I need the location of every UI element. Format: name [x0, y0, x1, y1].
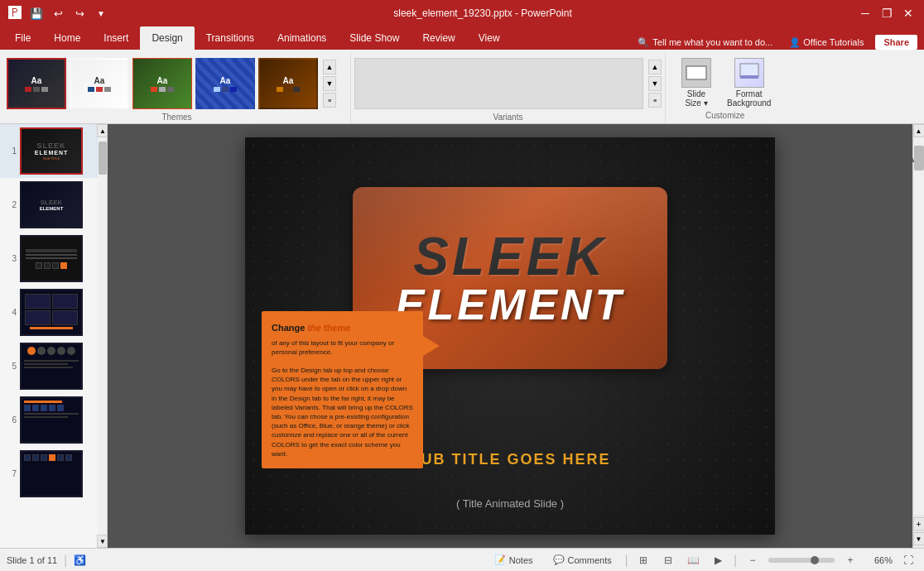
help-search[interactable]: 🔍 Tell me what you want to do...: [633, 36, 777, 50]
canvas-area: SLEEK ELEMENT SUB TITLE GOES HERE ( Titl…: [108, 124, 912, 548]
themes-scroll-down[interactable]: ▼: [323, 76, 336, 91]
themes-more[interactable]: ≡: [323, 93, 336, 108]
theme-item-5[interactable]: Aa: [258, 58, 318, 109]
close-button[interactable]: ✕: [899, 4, 917, 22]
callout-change-text: Change: [272, 323, 307, 333]
status-bar: Slide 1 of 11 | ♿ 📝 Notes 💬 Comments | ⊞…: [0, 548, 924, 571]
minimize-button[interactable]: ─: [856, 4, 874, 22]
format-background-button[interactable]: FormatBackground: [724, 56, 774, 109]
office-tutorials-button[interactable]: 👤 Office Tutorials: [784, 36, 869, 50]
svg-rect-0: [686, 66, 706, 79]
slide-panel-scroll-down[interactable]: ▼: [97, 535, 108, 548]
zoom-slider[interactable]: [768, 558, 835, 563]
slide-thumbnail-4[interactable]: 4: [0, 286, 107, 339]
status-right: 📝 Notes 💬 Comments | ⊞ ⊟ 📖 ▶ | − + 66% ⛶: [488, 551, 917, 569]
normal-view-button[interactable]: ⊞: [634, 551, 652, 569]
slide-num-3: 3: [5, 254, 17, 263]
slide-panel-scroll[interactable]: 1 ★ SLEEK ELEMENT SUB TITLE 2: [0, 124, 107, 548]
format-background-icon: [734, 58, 764, 88]
ribbon-content: Aa Aa: [0, 50, 924, 124]
tab-slideshow[interactable]: Slide Show: [338, 26, 411, 50]
slide-thumbnail-2[interactable]: 2 SLEEK ELEMENT: [0, 178, 107, 232]
slide-thumbnail-7[interactable]: 7: [0, 447, 107, 501]
notes-button[interactable]: 📝 Notes: [488, 553, 540, 567]
slide-canvas[interactable]: SLEEK ELEMENT SUB TITLE GOES HERE ( Titl…: [245, 137, 775, 535]
slide-sorter-button[interactable]: ⊟: [659, 551, 677, 569]
variants-scroll-up[interactable]: ▲: [648, 60, 662, 74]
undo-icon[interactable]: ↩: [50, 5, 66, 22]
tab-home[interactable]: Home: [42, 26, 92, 50]
ribbon-tabs: File Home Insert Design Transitions Anim…: [0, 26, 924, 50]
slide-thumbnail-3[interactable]: 3: [0, 232, 107, 286]
variants-more[interactable]: ≡: [648, 93, 662, 108]
comments-button[interactable]: 💬 Comments: [546, 553, 618, 567]
slide-title-sleek: SLEEK: [413, 230, 606, 283]
canvas-scrollbar-track[interactable]: [914, 137, 924, 515]
svg-rect-1: [740, 64, 758, 77]
variants-scroll-down[interactable]: ▼: [648, 76, 662, 91]
format-background-label: FormatBackground: [727, 89, 771, 108]
slide-info: Slide 1 of 11: [7, 555, 57, 565]
callout-theme-text: theme: [324, 323, 350, 333]
share-button[interactable]: Share: [875, 35, 917, 50]
slide-thumb-img-7: [20, 450, 83, 497]
slide-thumb-img-5: [20, 343, 83, 390]
slide-num-1: 1: [5, 146, 17, 156]
comments-label: Comments: [568, 555, 612, 565]
redo-icon[interactable]: ↪: [71, 5, 88, 22]
reading-view-button[interactable]: 📖: [684, 551, 702, 569]
themes-scroll-up[interactable]: ▲: [323, 60, 336, 74]
canvas-scroll-down[interactable]: ▼: [913, 532, 925, 545]
slideshow-button[interactable]: ▶: [709, 551, 727, 569]
canvas-scroll-up[interactable]: ▲: [913, 124, 925, 137]
status-left: Slide 1 of 11 | ♿: [7, 554, 86, 567]
fit-slide-button[interactable]: ⛶: [899, 551, 917, 569]
canvas-scrollbar-thumb[interactable]: [914, 146, 924, 170]
slide-panel-scroll-up[interactable]: ▲: [97, 124, 108, 137]
tab-file[interactable]: File: [3, 26, 42, 50]
variants-section: ▲ ▼ ≡ Variants: [351, 53, 666, 123]
callout-box[interactable]: Change the theme of any of this layout t…: [262, 311, 423, 468]
tab-review[interactable]: Review: [411, 26, 466, 50]
zoom-out-button[interactable]: −: [744, 551, 762, 569]
zoom-slider-thumb: [811, 556, 819, 564]
canvas-zoom-up[interactable]: +: [913, 517, 925, 530]
tab-view[interactable]: View: [467, 26, 512, 50]
slide-animated-label: ( Title Animated Slide ): [456, 497, 564, 510]
slide-num-6: 6: [5, 415, 17, 425]
slide-title-element: ELEMENT: [396, 283, 624, 326]
notes-label: Notes: [509, 555, 533, 565]
restore-button[interactable]: ❐: [878, 4, 896, 22]
slide-thumbnail-1[interactable]: 1 ★ SLEEK ELEMENT SUB TITLE: [0, 124, 107, 178]
customize-label: Customize: [705, 109, 744, 122]
slide-thumb-img-4: [20, 289, 83, 336]
callout-body-text: of any of this layout to fit your compan…: [272, 338, 413, 458]
title-bar-left: 🅿 💾 ↩ ↪ ▼: [7, 5, 109, 22]
zoom-in-button[interactable]: +: [841, 551, 859, 569]
theme-item-3[interactable]: Aa: [132, 58, 192, 109]
tab-animations[interactable]: Animations: [266, 26, 338, 50]
slide-size-button[interactable]: SlideSize ▾: [676, 56, 717, 109]
help-text: Tell me what you want to do...: [652, 37, 772, 47]
callout-title: Change the theme: [272, 321, 413, 335]
slide-thumbnail-6[interactable]: 6: [0, 393, 107, 447]
tab-design[interactable]: Design: [140, 26, 194, 50]
theme-item-4[interactable]: Aa: [195, 58, 255, 109]
slide-subtitle: SUB TITLE GOES HERE: [409, 451, 610, 468]
window-title: sleek_element_19230.pptx - PowerPoint: [109, 7, 856, 19]
tutorials-label: Office Tutorials: [803, 37, 864, 47]
tab-transitions[interactable]: Transitions: [195, 26, 266, 50]
tab-insert[interactable]: Insert: [92, 26, 140, 50]
slide-thumb-img-6: [20, 396, 83, 444]
main-area: ▲ ▼ 1 ★ SLEEK ELEMENT SUB TITLE: [0, 124, 924, 548]
save-icon[interactable]: 💾: [28, 5, 45, 22]
slide-thumb-img-2: SLEEK ELEMENT: [20, 181, 83, 228]
theme-item-2[interactable]: Aa: [70, 58, 129, 109]
slide-size-label: SlideSize ▾: [685, 89, 707, 108]
title-bar-controls: ─ ❐ ✕: [856, 4, 917, 22]
slide-thumbnail-5[interactable]: 5: [0, 339, 107, 393]
title-bar: 🅿 💾 ↩ ↪ ▼ sleek_element_19230.pptx - Pow…: [0, 0, 924, 26]
customize-qat-icon[interactable]: ▼: [93, 5, 109, 22]
theme-item-1[interactable]: Aa: [7, 58, 66, 109]
notes-icon: 📝: [494, 554, 506, 565]
